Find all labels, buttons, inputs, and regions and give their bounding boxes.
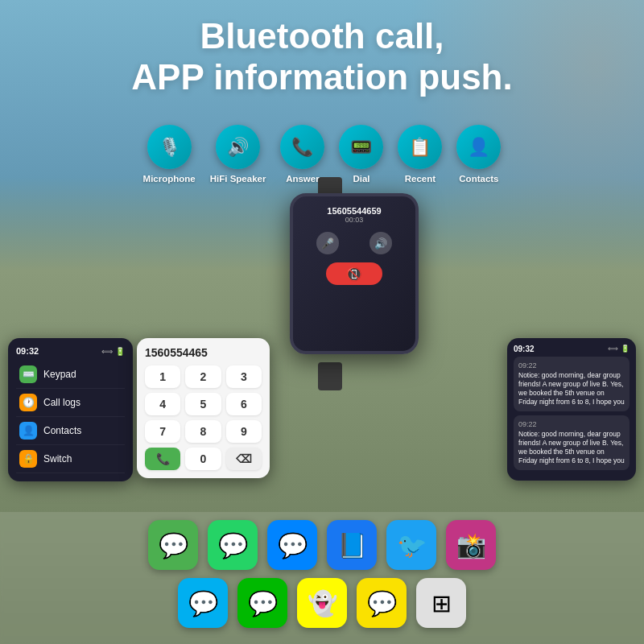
answer-label: Answer (286, 174, 320, 184)
notif-icons: ⟺ 🔋 (608, 345, 630, 353)
watch-strap-bottom (318, 362, 342, 390)
microphone-icon: 🎙️ (147, 125, 192, 169)
notification-panel: 09:32 ⟺ 🔋 09:22 Notice: good morning, de… (507, 338, 636, 481)
contacts-label: Contacts (459, 174, 498, 184)
keypad-time: 09:32 (16, 346, 39, 356)
app-instagram[interactable]: 📸 (446, 520, 496, 570)
header-title: Bluetooth call,APP information push. (8, 16, 636, 97)
notif-timestamp-0: 09:22 (518, 361, 625, 369)
feature-recent: 📋 Recent (398, 125, 442, 184)
keypad-menu-call-logs[interactable]: 🕐 Call logs (16, 389, 125, 417)
app-kakao[interactable]: 💬 (357, 578, 407, 628)
watch-call-number: 15605544659 (301, 206, 407, 216)
dial-key-6[interactable]: 7 (145, 420, 180, 443)
watch-screen: 15605544659 00:03 🎤 🔊 📵 (293, 196, 415, 295)
apps-row-1: 💬💬💬📘🐦📸 (12, 520, 632, 570)
dial-key-5[interactable]: 6 (226, 393, 262, 415)
call-logs-icon: 🕐 (19, 394, 37, 411)
notification-item-0: 09:22 Notice: good morning, dear group f… (514, 357, 630, 411)
call-logs-label: Call logs (43, 397, 80, 408)
keypad-menu-list: ⌨️ Keypad 🕐 Call logs 👤 Contacts 🔒 Switc… (16, 361, 125, 473)
dial-key-8[interactable]: 9 (226, 420, 262, 443)
watch-mute-btn[interactable]: 🎤 (316, 232, 339, 254)
header: Bluetooth call,APP information push. (0, 8, 644, 105)
watch-volume-btn[interactable]: 🔊 (369, 232, 392, 254)
keypad-menu-contacts[interactable]: 👤 Contacts (16, 417, 125, 445)
dial-key-4[interactable]: 5 (185, 393, 221, 415)
keypad-status-bar: 09:32 ⟺ 🔋 (16, 346, 125, 356)
dial-key-7[interactable]: 8 (185, 420, 221, 443)
app-line[interactable]: 💬 (237, 578, 287, 628)
recent-icon: 📋 (398, 125, 442, 169)
switch-icon: 🔒 (19, 450, 37, 468)
app-facebook[interactable]: 📘 (327, 520, 377, 570)
app-whatsapp[interactable]: 💬 (208, 520, 258, 570)
keypad-menu-switch[interactable]: 🔒 Switch (16, 445, 125, 473)
notif-text-0: Notice: good morning, dear group friends… (518, 371, 625, 407)
watch-end-call-area: 📵 (301, 262, 407, 285)
notif-time: 09:32 (514, 345, 535, 353)
contacts-icon: 👤 (456, 125, 501, 169)
dial-grid: 123456789📞0⌫ (145, 365, 262, 470)
dial-key-3[interactable]: 4 (145, 393, 180, 415)
keypad-menu-keypad[interactable]: ⌨️ Keypad (16, 361, 125, 389)
notif-list: 09:22 Notice: good morning, dear group f… (514, 357, 630, 470)
hifi-speaker-label: HiFi Speaker (210, 174, 266, 184)
feature-contacts: 👤 Contacts (456, 125, 501, 184)
dial-key-1[interactable]: 2 (185, 365, 221, 388)
app-twitter[interactable]: 🐦 (386, 520, 436, 570)
keypad-battery-icon: ⟺ 🔋 (101, 347, 125, 356)
contacts-label: Contacts (43, 425, 81, 436)
features-row: 🎙️ Microphone 🔊 HiFi Speaker 📞 Answer 📟 … (0, 125, 644, 184)
feature-dial: 📟 Dial (339, 125, 383, 184)
dial-label: Dial (353, 174, 369, 184)
hifi-speaker-icon: 🔊 (216, 125, 260, 169)
contacts-icon: 👤 (19, 422, 37, 440)
app-skype[interactable]: 💬 (178, 578, 228, 628)
apps-section: 💬💬💬📘🐦📸 💬💬👻💬⊞ (0, 512, 644, 644)
feature-answer: 📞 Answer (280, 125, 324, 184)
watch-call-duration: 00:03 (301, 216, 407, 224)
watch-body: 15605544659 00:03 🎤 🔊 📵 (290, 193, 419, 354)
keypad-icon: ⌨️ (19, 365, 37, 383)
watch-call-controls: 🎤 🔊 (301, 232, 407, 254)
dial-key-10[interactable]: 0 (185, 448, 221, 470)
keypad-label: Keypad (43, 369, 76, 380)
dial-key-0[interactable]: 1 (145, 365, 180, 388)
apps-row-2: 💬💬👻💬⊞ (12, 578, 632, 628)
app-messages[interactable]: 💬 (148, 520, 198, 570)
notif-status-bar: 09:32 ⟺ 🔋 (514, 345, 630, 353)
app-messenger[interactable]: 💬 (267, 520, 317, 570)
watch-end-btn[interactable]: 📵 (326, 262, 382, 285)
dial-pad-panel: 1560554465 123456789📞0⌫ (137, 338, 270, 478)
dial-key-2[interactable]: 3 (226, 365, 262, 388)
notif-text-1: Notice: good morning, dear group friends… (518, 430, 625, 465)
dial-icon: 📟 (339, 125, 383, 169)
feature-microphone: 🎙️ Microphone (143, 125, 196, 184)
switch-label: Switch (43, 453, 72, 464)
recent-label: Recent (405, 174, 436, 184)
notif-timestamp-1: 09:22 (518, 420, 625, 428)
dial-number-display: 1560554465 (145, 346, 262, 359)
microphone-label: Microphone (143, 174, 196, 184)
keypad-menu-panel: 09:32 ⟺ 🔋 ⌨️ Keypad 🕐 Call logs 👤 Contac… (8, 338, 133, 481)
app-grid-app[interactable]: ⊞ (416, 578, 466, 628)
notification-item-1: 09:22 Notice: good morning, dear group f… (514, 415, 630, 470)
app-snapchat[interactable]: 👻 (297, 578, 347, 628)
feature-hifi-speaker: 🔊 HiFi Speaker (210, 125, 266, 184)
dial-key-9[interactable]: 📞 (145, 448, 180, 470)
answer-icon: 📞 (280, 125, 324, 169)
dial-key-11[interactable]: ⌫ (226, 448, 262, 470)
